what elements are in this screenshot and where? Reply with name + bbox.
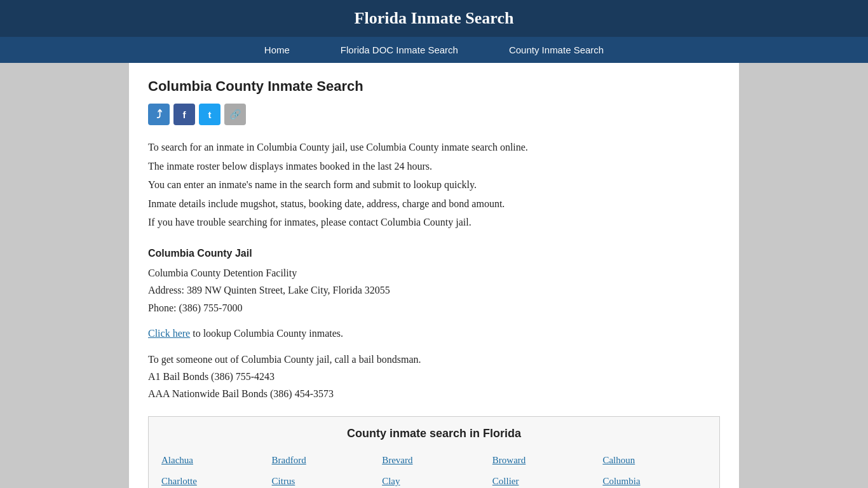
description-section: To search for an inmate in Columbia Coun… xyxy=(148,139,720,231)
main-content: Columbia County Inmate Search ⤴ f t 🔗 To… xyxy=(129,63,739,488)
bail-line2: A1 Bail Bonds (386) 755-4243 xyxy=(148,368,720,385)
county-link[interactable]: Charlotte xyxy=(161,473,266,488)
county-link[interactable]: Clay xyxy=(382,473,486,488)
jail-info-section: Columbia County Jail Columbia County Det… xyxy=(148,245,720,316)
county-link[interactable]: Columbia xyxy=(602,473,707,488)
page-title: Columbia County Inmate Search xyxy=(148,78,720,95)
county-link[interactable]: Alachua xyxy=(161,452,266,469)
lookup-suffix: to lookup Columbia County inmates. xyxy=(190,328,343,339)
jail-address: Address: 389 NW Quinten Street, Lake Cit… xyxy=(148,281,720,299)
county-grid: AlachuaBradfordBrevardBrowardCalhounChar… xyxy=(161,452,707,488)
site-header: Florida Inmate Search xyxy=(0,0,868,37)
county-link[interactable]: Broward xyxy=(492,452,597,469)
county-link[interactable]: Collier xyxy=(492,473,597,488)
jail-phone: Phone: (386) 755-7000 xyxy=(148,299,720,316)
nav-doc-search[interactable]: Florida DOC Inmate Search xyxy=(315,37,484,63)
bail-info-section: To get someone out of Columbia County ja… xyxy=(148,351,720,403)
desc-line4: Inmate details include mugshot, status, … xyxy=(148,196,720,212)
share-buttons: ⤴ f t 🔗 xyxy=(148,104,720,125)
nav-county-search[interactable]: County Inmate Search xyxy=(484,37,629,63)
jail-facility: Columbia County Detention Facility xyxy=(148,264,720,281)
desc-line1: To search for an inmate in Columbia Coun… xyxy=(148,139,720,156)
jail-name: Columbia County Jail xyxy=(148,245,720,262)
lookup-line: Click here to lookup Columbia County inm… xyxy=(148,328,720,339)
main-nav: Home Florida DOC Inmate Search County In… xyxy=(0,37,868,63)
county-search-section: County inmate search in Florida AlachuaB… xyxy=(148,416,720,488)
desc-line3: You can enter an inmate's name in the se… xyxy=(148,177,720,193)
bail-line3: AAA Nationwide Bail Bonds (386) 454-3573 xyxy=(148,385,720,402)
facebook-button[interactable]: f xyxy=(173,104,195,125)
twitter-button[interactable]: t xyxy=(199,104,220,125)
county-link[interactable]: Citrus xyxy=(272,473,376,488)
county-link[interactable]: Bradford xyxy=(272,452,376,469)
click-here-link[interactable]: Click here xyxy=(148,328,190,339)
share-button[interactable]: ⤴ xyxy=(148,104,170,125)
site-title: Florida Inmate Search xyxy=(13,9,855,28)
county-section-title: County inmate search in Florida xyxy=(161,427,707,440)
desc-line5: If you have trouble searching for inmate… xyxy=(148,214,720,231)
copy-link-button[interactable]: 🔗 xyxy=(224,104,246,125)
county-link[interactable]: Calhoun xyxy=(602,452,707,469)
bail-line1: To get someone out of Columbia County ja… xyxy=(148,351,720,368)
desc-line2: The inmate roster below displays inmates… xyxy=(148,158,720,175)
nav-home[interactable]: Home xyxy=(239,37,315,63)
county-link[interactable]: Brevard xyxy=(382,452,486,469)
